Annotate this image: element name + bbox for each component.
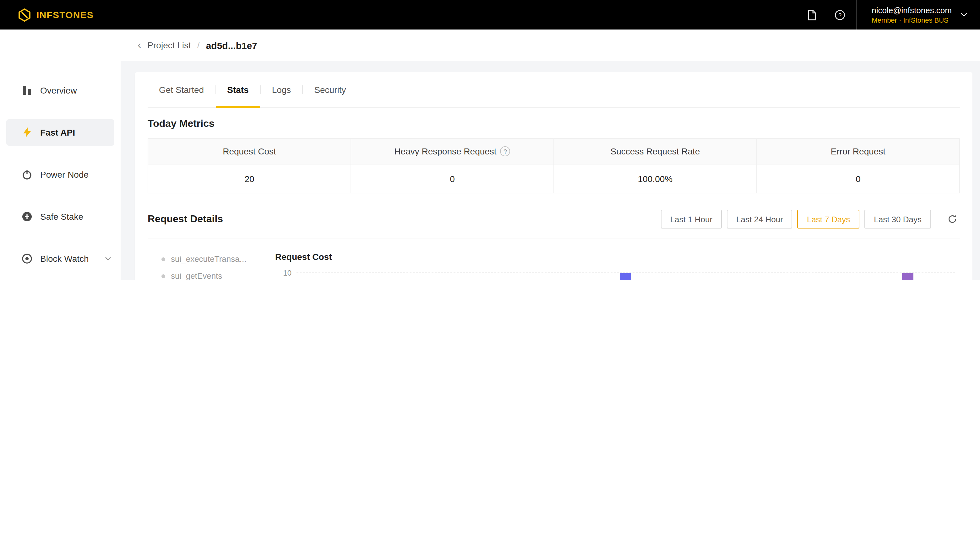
main-content: ‹ Project List / ad5d...b1e7 Get Started… — [120, 30, 980, 280]
charts-area: Request Cost 0246810 05-3005-3106-0106-0… — [261, 239, 960, 280]
bar-segment — [902, 273, 913, 280]
breadcrumb-current: ad5d...b1e7 — [206, 40, 257, 50]
topbar-divider — [856, 0, 856, 30]
tab-logs[interactable]: Logs — [261, 72, 302, 107]
back-icon[interactable]: ‹ — [138, 39, 141, 50]
method-list: sui_executeTransa... sui_getEvents sui_g… — [148, 239, 261, 280]
document-icon — [806, 9, 817, 20]
chart-column — [391, 273, 484, 280]
method-item[interactable]: sui_getEvents — [162, 271, 256, 280]
power-node-icon — [22, 169, 33, 180]
overview-icon — [22, 85, 33, 96]
filter-last-24-hour[interactable]: Last 24 Hour — [727, 210, 793, 228]
chart-column — [297, 273, 391, 280]
metrics-value-error-request: 0 — [757, 165, 959, 193]
y-tick-label: 10 — [283, 269, 292, 277]
sidebar-item-fast-api[interactable]: Fast API — [6, 119, 114, 146]
filter-last-1-hour[interactable]: Last 1 Hour — [661, 210, 722, 228]
breadcrumb-parent-link[interactable]: Project List — [147, 40, 191, 50]
chevron-down-icon — [960, 13, 967, 17]
request-details-panel: sui_executeTransa... sui_getEvents sui_g… — [148, 238, 960, 280]
metrics-header-error-request: Error Request — [757, 139, 959, 165]
logo[interactable]: INFSTONES — [0, 8, 93, 22]
metrics-value-request-cost: 20 — [148, 165, 351, 193]
tab-security[interactable]: Security — [303, 72, 357, 107]
sidebar-item-power-node[interactable]: Power Node — [6, 161, 114, 188]
chart-column — [861, 273, 955, 280]
sidebar: Overview Fast API Power Node Safe Stake — [0, 30, 120, 280]
user-menu[interactable]: nicole@infstones.com Member · InfStones … — [859, 0, 970, 30]
bar-06-01 — [526, 273, 538, 280]
filter-last-7-days[interactable]: Last 7 Days — [798, 210, 860, 228]
filter-last-30-days[interactable]: Last 30 Days — [865, 210, 931, 228]
topbar-right: ? nicole@infstones.com Member · InfStone… — [798, 0, 980, 30]
metrics-value-heavy-response: 0 — [351, 165, 554, 193]
tab-stats[interactable]: Stats — [216, 72, 260, 107]
sidebar-nav: Overview Fast API Power Node Safe Stake — [0, 30, 120, 272]
plot-area: 0246810 — [297, 273, 955, 280]
logo-text-stones: STONES — [53, 9, 93, 20]
bar-06-03 — [714, 273, 725, 280]
breadcrumb: ‹ Project List / ad5d...b1e7 — [120, 30, 980, 61]
help-icon[interactable]: ? — [500, 146, 511, 156]
method-item[interactable]: sui_executeTransa... — [162, 254, 256, 264]
logo-text-inf: INF — [37, 9, 53, 20]
chart-column — [579, 273, 673, 280]
request-cost-chart: Request Cost 0246810 05-3005-3106-0106-0… — [275, 252, 955, 280]
metrics-header-success-rate: Success Request Rate — [554, 139, 757, 165]
time-filter-group: Last 1 Hour Last 24 Hour Last 7 Days Las… — [661, 210, 960, 228]
chart-column — [485, 273, 579, 280]
infstones-logo-icon — [18, 8, 32, 22]
chart-title: Request Cost — [275, 252, 955, 262]
today-metrics-table: Request Cost Heavy Response Request ? Su… — [148, 138, 960, 193]
refresh-button[interactable] — [945, 212, 960, 227]
bar-06-02 — [620, 273, 631, 280]
app-root: INFSTONES ? nicole@infstones.com Member … — [0, 0, 980, 280]
help-icon-button[interactable]: ? — [826, 0, 853, 30]
request-details-header: Request Details Last 1 Hour Last 24 Hour… — [148, 210, 960, 228]
metrics-value-success-rate: 100.00% — [554, 165, 757, 193]
bar-06-04 — [808, 273, 820, 280]
bar-segment — [620, 273, 631, 280]
safe-stake-icon — [22, 211, 33, 222]
user-email: nicole@infstones.com — [871, 5, 952, 15]
fast-api-icon — [22, 127, 33, 138]
refresh-icon — [947, 214, 957, 224]
topbar: INFSTONES ? nicole@infstones.com Member … — [0, 0, 980, 30]
chevron-down-icon — [105, 257, 112, 260]
help-icon: ? — [834, 9, 845, 20]
sidebar-item-overview[interactable]: Overview — [6, 77, 114, 103]
chart-column — [767, 273, 861, 280]
metrics-header-row: Request Cost Heavy Response Request ? Su… — [148, 139, 959, 165]
series-color-dot — [162, 274, 165, 278]
bar-05-30 — [338, 273, 349, 280]
tab-bar: Get Started Stats Logs Security — [148, 72, 960, 108]
metrics-value-row: 20 0 100.00% 0 — [148, 165, 959, 193]
metrics-header-request-cost: Request Cost — [148, 139, 351, 165]
metrics-header-heavy-response: Heavy Response Request ? — [351, 139, 554, 165]
tab-get-started[interactable]: Get Started — [148, 72, 215, 107]
bar-05-31 — [432, 273, 443, 280]
bar-06-05 — [902, 273, 913, 280]
chart-column — [673, 273, 767, 280]
user-role: Member · InfStones BUS — [871, 15, 952, 25]
svg-text:?: ? — [838, 12, 841, 18]
stats-card: Get Started Stats Logs Security Today Me… — [135, 72, 972, 280]
breadcrumb-separator: / — [197, 40, 200, 50]
series-color-dot — [162, 257, 165, 261]
today-metrics-heading: Today Metrics — [148, 118, 960, 129]
sidebar-item-safe-stake[interactable]: Safe Stake — [6, 203, 114, 230]
document-icon-button[interactable] — [798, 0, 826, 30]
sidebar-item-block-watch[interactable]: Block Watch — [6, 245, 114, 272]
block-watch-icon — [22, 253, 33, 264]
request-details-heading: Request Details — [148, 213, 223, 225]
